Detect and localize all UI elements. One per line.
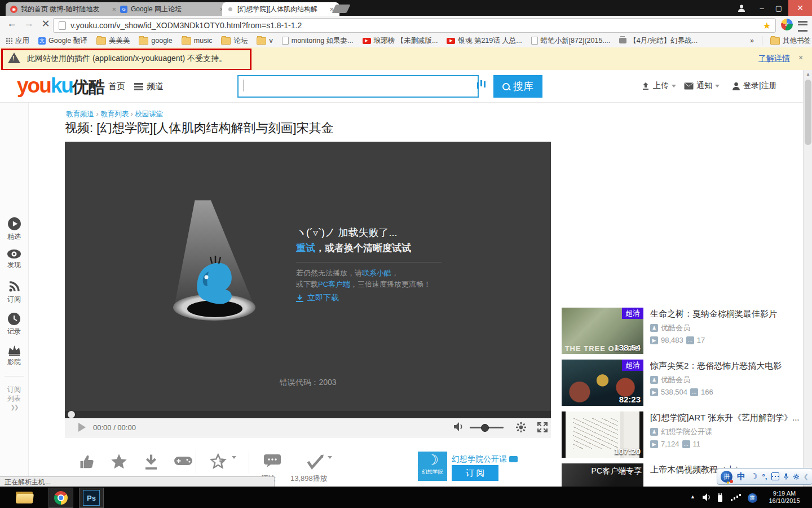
- page-scrollbar[interactable]: ▲: [803, 70, 812, 487]
- related-video-item[interactable]: 超清 82:23 惊声尖笑2：恶俗恐怖片恶搞大电影 ♟优酷会员 ▶538,504…: [562, 360, 805, 406]
- back-icon[interactable]: ←: [5, 17, 19, 29]
- extension-icon[interactable]: ✓: [781, 19, 793, 30]
- play-count-dropdown-icon[interactable]: [328, 459, 332, 469]
- file-explorer-icon[interactable]: [16, 491, 34, 504]
- pc-client-link[interactable]: PC客户端: [318, 280, 350, 288]
- tray-power-icon[interactable]: [716, 493, 724, 502]
- volume-handle[interactable]: [481, 424, 489, 432]
- chart-icon[interactable]: [477, 82, 479, 89]
- bookmark-folder[interactable]: 论坛: [221, 36, 248, 46]
- bookmark-page[interactable]: monitoring 如果妻...: [282, 36, 354, 46]
- ime-punctuation-icon[interactable]: °,: [762, 472, 767, 481]
- scrollbar-thumb[interactable]: [805, 80, 811, 145]
- bookmark-folder[interactable]: google: [139, 37, 173, 45]
- subscribe-button[interactable]: 订 阅: [452, 465, 498, 481]
- infobar-close-icon[interactable]: ×: [798, 53, 803, 62]
- video-player[interactable]: ヽ(´▿`)ノ 加载失败了... 重试，或者换个清晰度试试 若仍然无法播放，请联…: [65, 142, 551, 411]
- related-video-title[interactable]: 惊声尖笑2：恶俗恐怖片恶搞大电影: [650, 360, 804, 372]
- profile-icon[interactable]: [733, 0, 750, 16]
- bookmark-bilibili[interactable]: 【4月/完结】幻界战...: [619, 36, 698, 46]
- breadcrumb-list[interactable]: 教育列表: [100, 110, 129, 118]
- chrome-taskbar-button[interactable]: [48, 488, 73, 508]
- youku-logo[interactable]: youku: [17, 75, 73, 97]
- tray-network-icon[interactable]: [731, 499, 732, 501]
- bookmark-youtube[interactable]: ▶银魂 第219话 人总...: [447, 36, 522, 46]
- photoshop-taskbar-button[interactable]: Ps: [79, 488, 104, 508]
- download-now-link[interactable]: 立即下载: [296, 293, 339, 303]
- tray-volume-icon[interactable]: [703, 493, 712, 501]
- contact-link[interactable]: 联系小酷: [362, 269, 391, 277]
- gamepad-icon[interactable]: [174, 453, 193, 468]
- video-thumbnail[interactable]: 超清 82:23: [562, 360, 643, 406]
- new-tab-button[interactable]: [332, 5, 351, 13]
- sidebar-subscription-list[interactable]: 订阅 列表 ❯❯: [0, 385, 28, 412]
- related-video-title[interactable]: [幻想学院]ART 张东升《艺用解剖学》...: [650, 411, 804, 424]
- related-video-item[interactable]: 107:20 [幻想学院]ART 张东升《艺用解剖学》... ♟幻想学院公开课 …: [562, 411, 805, 458]
- bookmark-apps[interactable]: 应用: [6, 36, 29, 46]
- tray-show-hidden-icon[interactable]: ▲: [690, 494, 695, 500]
- retry-link[interactable]: 重试: [296, 243, 315, 253]
- settings-gear-icon[interactable]: [516, 422, 526, 432]
- bookmark-star-icon[interactable]: ★: [763, 20, 771, 31]
- play-icon[interactable]: [78, 423, 86, 432]
- sidebar-item-cinema[interactable]: 影院: [0, 344, 28, 367]
- seek-bar[interactable]: [65, 411, 551, 418]
- volume-icon[interactable]: [454, 422, 464, 431]
- bookmark-folder[interactable]: 美美美: [96, 36, 130, 46]
- maximize-button[interactable]: ▢: [770, 0, 787, 16]
- forward-icon[interactable]: →: [21, 17, 36, 29]
- sidebar-item-discover[interactable]: 发现: [0, 249, 28, 270]
- seek-handle[interactable]: [68, 411, 75, 418]
- address-bar[interactable]: v.youku.com/v_show/id_XODM3NDk1OTY0.html…: [53, 18, 776, 33]
- browser-menu-icon[interactable]: [798, 21, 807, 32]
- sidebar-item-subscriptions[interactable]: 订阅: [0, 280, 28, 304]
- bookmark-folder[interactable]: v: [257, 37, 272, 45]
- video-thumbnail[interactable]: PC客户端专享: [562, 463, 643, 487]
- stop-icon[interactable]: ✕: [38, 17, 53, 30]
- tray-ime-icon[interactable]: 拼: [748, 493, 757, 503]
- ime-toolbar[interactable]: 拼 中 ☽ °, ❮: [717, 468, 812, 485]
- channel-name[interactable]: 优酷会员: [661, 323, 690, 333]
- ime-logo-icon[interactable]: 拼: [721, 471, 732, 483]
- nav-home[interactable]: 首页: [108, 81, 125, 92]
- sidebar-item-featured[interactable]: 精选: [0, 217, 28, 242]
- other-bookmarks-folder[interactable]: 其他书签: [770, 36, 811, 46]
- ime-keyboard-icon[interactable]: [771, 472, 779, 480]
- ime-mic-icon[interactable]: [784, 472, 788, 481]
- bookmark-translate[interactable]: 文Google 翻译: [38, 36, 87, 46]
- tray-clock[interactable]: 9:19 AM 16/10/2015: [762, 490, 806, 505]
- share-dropdown-icon[interactable]: [232, 459, 236, 469]
- uploader-avatar[interactable]: ☽ 幻想学院: [418, 452, 447, 481]
- learn-more-link[interactable]: 了解详情: [758, 54, 790, 64]
- notifications-menu[interactable]: 通知: [684, 81, 720, 91]
- comment-icon[interactable]: [263, 453, 281, 468]
- minimize-button[interactable]: –: [753, 0, 770, 16]
- nav-channels[interactable]: 频道: [147, 81, 164, 92]
- bookmark-page[interactable]: 蜡笔小新[872](2015....: [531, 36, 611, 46]
- fullscreen-icon[interactable]: [537, 422, 548, 432]
- bookmark-youtube[interactable]: ▶琅琊榜 【未删减版...: [363, 36, 438, 46]
- channel-name[interactable]: 幻想学院公开课: [661, 427, 712, 437]
- search-input[interactable]: [237, 75, 479, 98]
- close-button[interactable]: ✕: [788, 0, 812, 16]
- share-icon[interactable]: [210, 453, 227, 470]
- breadcrumb-category[interactable]: 校园课堂: [135, 110, 163, 118]
- download-video-icon[interactable]: [143, 453, 160, 470]
- related-video-title[interactable]: 生命之树：戛纳金棕榈奖最佳影片: [650, 308, 804, 320]
- youku-logo-cn[interactable]: 优酷: [72, 76, 105, 99]
- url-text[interactable]: v.youku.com/v_show/id_XODM3NDk1OTY0.html…: [70, 21, 302, 30]
- like-icon[interactable]: [79, 453, 96, 470]
- scroll-up-arrow[interactable]: ▲: [804, 72, 812, 77]
- related-video-item[interactable]: THE TREE OF LIFE 超清 138:54 生命之树：戛纳金棕榈奖最佳…: [562, 308, 805, 354]
- tab-youku-active[interactable]: [幻想学院][人体肌肉结构解 ×: [222, 2, 339, 16]
- bookmark-folder[interactable]: music: [182, 37, 213, 45]
- tab-google-groups[interactable]: G Google 网上论坛 ×: [116, 2, 230, 16]
- login-register[interactable]: 登录|注册: [732, 81, 777, 91]
- ime-collapse-chevron[interactable]: ❮: [804, 473, 809, 480]
- channel-name[interactable]: 优酷会员: [661, 375, 690, 385]
- ime-settings-icon[interactable]: [793, 472, 799, 481]
- video-thumbnail[interactable]: 107:20: [562, 411, 643, 458]
- uploader-name[interactable]: 幻想学院公开课: [452, 454, 518, 465]
- favorite-star-icon[interactable]: [111, 453, 127, 470]
- ime-language-mode[interactable]: 中: [737, 471, 745, 482]
